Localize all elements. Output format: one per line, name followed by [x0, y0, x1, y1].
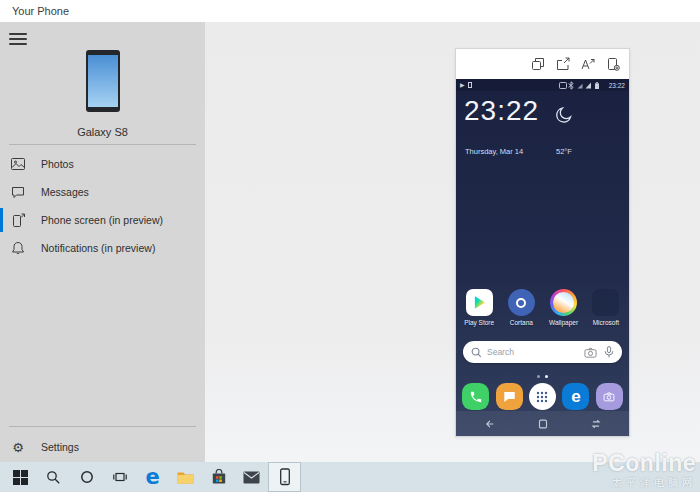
- playing-media-icon: ▶: [460, 82, 465, 88]
- photos-icon: [10, 156, 26, 172]
- sidebar-item-messages[interactable]: Messages: [0, 178, 205, 206]
- gear-icon: ⚙: [10, 439, 26, 455]
- mail-icon: [243, 471, 260, 484]
- magnifier-icon: [471, 347, 482, 358]
- titlebar: Your Phone: [0, 0, 700, 22]
- crescent-moon-icon: [554, 105, 574, 129]
- search-icon: [46, 470, 61, 485]
- your-phone-app-window: Your Phone Galaxy S8 Photos: [0, 0, 700, 492]
- phone-app-icon[interactable]: [462, 383, 489, 410]
- app-title: Your Phone: [12, 5, 69, 17]
- wallpaper-icon: [550, 289, 577, 316]
- device-settings-button[interactable]: [605, 56, 621, 72]
- menu-button[interactable]: [9, 32, 27, 46]
- messages-app-icon[interactable]: [496, 383, 523, 410]
- sidebar-divider: [9, 426, 196, 427]
- text-size-button[interactable]: [580, 56, 596, 72]
- taskbar-your-phone-button[interactable]: [268, 462, 301, 492]
- sidebar-item-settings[interactable]: ⚙ Settings: [0, 433, 205, 461]
- open-app-window-button[interactable]: [555, 56, 571, 72]
- clock-date: Thursday, Mar 14: [465, 147, 523, 156]
- home-apps-row: Play Store Cortana Wallpaper Micros: [458, 289, 627, 326]
- app-cortana[interactable]: Cortana: [502, 289, 540, 326]
- status-time: 23:22: [609, 82, 625, 89]
- nav-home-button[interactable]: [536, 417, 550, 431]
- taskbar-edge-button[interactable]: e: [136, 462, 169, 492]
- weather-temperature: 52°F: [556, 147, 572, 156]
- camera-icon[interactable]: [584, 347, 597, 358]
- status-app-icon: [468, 82, 472, 88]
- phone-mirror-window: ▶ 23:22: [455, 48, 630, 437]
- sidebar: Galaxy S8 Photos Messages: [0, 22, 205, 462]
- microphone-icon[interactable]: [604, 346, 614, 358]
- device-thumbnail: [86, 50, 120, 112]
- sidebar-item-photos[interactable]: Photos: [0, 150, 205, 178]
- taskbar-mail-button[interactable]: [235, 462, 268, 492]
- your-phone-icon: [276, 468, 293, 486]
- messages-icon: [10, 184, 26, 200]
- app-wallpaper[interactable]: Wallpaper: [545, 289, 583, 326]
- sidebar-item-phone-screen[interactable]: Phone screen (in preview): [0, 206, 205, 234]
- sidebar-item-notifications[interactable]: Notifications (in preview): [0, 234, 205, 262]
- microsoft-folder-icon: [592, 289, 619, 316]
- screenshot-button[interactable]: [530, 56, 546, 72]
- status-icons: [559, 81, 607, 90]
- home-page-indicator: [456, 375, 629, 378]
- taskbar-cortana-button[interactable]: [70, 462, 103, 492]
- nav-back-button[interactable]: [482, 417, 496, 431]
- edge-icon: e: [145, 467, 159, 488]
- task-view-icon: [112, 469, 128, 485]
- dock: e: [459, 383, 626, 410]
- search-placeholder: Search: [487, 347, 584, 357]
- windows-taskbar: e: [0, 462, 700, 492]
- taskbar-store-button[interactable]: [202, 462, 235, 492]
- device-card: Galaxy S8: [0, 50, 205, 138]
- notifications-icon: [10, 240, 26, 256]
- phone-status-bar: ▶ 23:22: [456, 79, 629, 91]
- android-nav-bar: [456, 411, 629, 436]
- camera-app-icon[interactable]: [596, 383, 623, 410]
- phone-screen-icon: [10, 212, 26, 228]
- windows-logo-icon: [13, 470, 28, 485]
- cortana-icon: [508, 289, 535, 316]
- device-name: Galaxy S8: [0, 126, 205, 138]
- taskbar-file-explorer-button[interactable]: [169, 462, 202, 492]
- app-drawer-icon[interactable]: [529, 383, 556, 410]
- edge-app-icon[interactable]: e: [562, 383, 589, 410]
- folder-icon: [177, 471, 194, 484]
- app-microsoft-folder[interactable]: Microsoft: [587, 289, 625, 326]
- start-button[interactable]: [4, 462, 37, 492]
- clock-time: 23:22: [464, 95, 539, 127]
- microsoft-store-icon: [211, 469, 227, 485]
- sidebar-nav: Photos Messages Phone screen (in preview…: [0, 150, 205, 262]
- app-play-store[interactable]: Play Store: [460, 289, 498, 326]
- task-view-button[interactable]: [103, 462, 136, 492]
- cortana-circle-icon: [80, 470, 94, 484]
- taskbar-search-button[interactable]: [37, 462, 70, 492]
- play-store-icon: [466, 289, 493, 316]
- sidebar-divider: [9, 144, 196, 145]
- search-bar[interactable]: Search: [463, 341, 622, 363]
- mirror-toolbar: [456, 49, 629, 79]
- main-content: ▶ 23:22: [205, 22, 700, 462]
- nav-recents-button[interactable]: [589, 417, 603, 431]
- mirrored-phone-screen[interactable]: ▶ 23:22: [456, 79, 629, 436]
